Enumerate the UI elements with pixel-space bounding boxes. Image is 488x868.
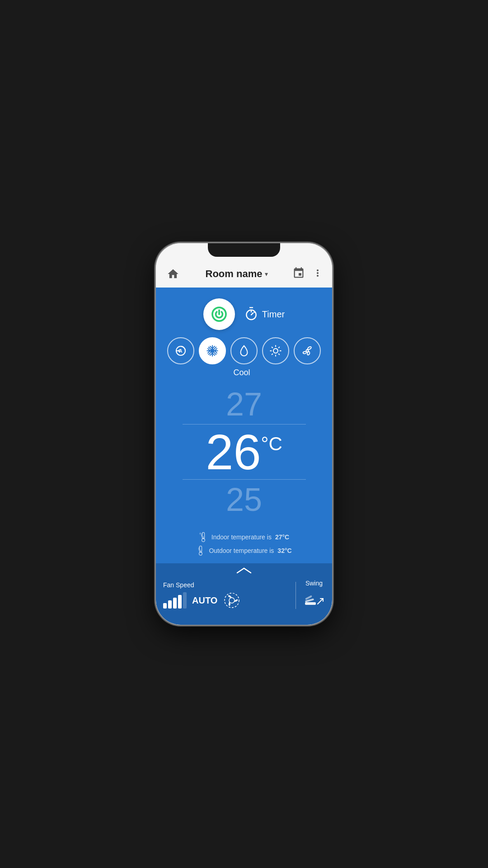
fan-bars[interactable] bbox=[163, 592, 187, 609]
dropdown-arrow-icon: ▾ bbox=[265, 270, 268, 278]
swing-button[interactable] bbox=[303, 590, 325, 611]
fan-mode-icon-button[interactable] bbox=[223, 591, 241, 609]
phone-frame: Room name ▾ bbox=[156, 243, 332, 625]
outdoor-info-row: Outdoor temperature is 32°C bbox=[196, 545, 291, 556]
svg-point-20 bbox=[202, 538, 205, 542]
mode-auto-button[interactable]: A bbox=[167, 337, 194, 364]
outdoor-value: 32°C bbox=[277, 547, 291, 554]
active-mode-label: Cool bbox=[156, 364, 330, 377]
fan-bar-5 bbox=[183, 592, 187, 609]
svg-point-26 bbox=[199, 552, 202, 555]
svg-line-14 bbox=[272, 347, 273, 348]
temp-next: 25 bbox=[226, 483, 262, 516]
svg-text:A: A bbox=[179, 349, 182, 354]
fan-bar-3 bbox=[173, 598, 177, 609]
header-actions bbox=[292, 267, 323, 281]
swing-label: Swing bbox=[305, 580, 323, 587]
timer-label: Timer bbox=[262, 309, 285, 320]
temp-info: Indoor temperature is 27°C Outdoor tempe… bbox=[156, 526, 332, 563]
svg-line-16 bbox=[278, 347, 280, 348]
fan-mode-label: AUTO bbox=[192, 595, 217, 606]
power-button[interactable] bbox=[203, 298, 235, 330]
temp-current: 26 °C bbox=[206, 425, 282, 479]
home-button[interactable] bbox=[165, 266, 181, 282]
fan-bar-4 bbox=[178, 595, 182, 609]
svg-line-17 bbox=[272, 354, 273, 355]
power-timer-row: Timer bbox=[156, 288, 332, 337]
swing-section: Swing bbox=[303, 580, 325, 611]
bottom-bar: Fan Speed AUTO bbox=[156, 563, 332, 625]
outdoor-label: Outdoor temperature is bbox=[209, 547, 274, 554]
indoor-temp-icon bbox=[199, 532, 208, 542]
svg-point-32 bbox=[229, 598, 235, 603]
temperature-display[interactable]: 27 26 °C 25 bbox=[156, 377, 332, 526]
phone-notch bbox=[208, 243, 280, 257]
chevron-button[interactable] bbox=[156, 563, 332, 576]
bottom-divider bbox=[296, 582, 296, 609]
fan-bar-2 bbox=[168, 600, 172, 609]
schedule-button[interactable] bbox=[292, 267, 305, 281]
indoor-info-row: Indoor temperature is 27°C bbox=[199, 532, 289, 542]
outdoor-temp-icon bbox=[196, 545, 205, 556]
temp-value: 26 bbox=[206, 425, 261, 479]
mode-buttons-row: A bbox=[162, 337, 326, 364]
temp-prev: 27 bbox=[226, 388, 262, 420]
room-selector[interactable]: Room name ▾ bbox=[206, 268, 268, 280]
temp-divider-bottom bbox=[183, 479, 306, 480]
indoor-value: 27°C bbox=[275, 533, 289, 541]
fan-bar-1 bbox=[163, 603, 167, 609]
mode-cool-button[interactable] bbox=[199, 337, 226, 364]
svg-point-9 bbox=[273, 349, 278, 353]
bottom-controls: Fan Speed AUTO bbox=[156, 576, 332, 625]
mode-heat-button[interactable] bbox=[262, 337, 289, 364]
temp-unit: °C bbox=[261, 434, 282, 454]
fan-speed-section: Fan Speed AUTO bbox=[163, 581, 288, 609]
timer-button[interactable]: Timer bbox=[244, 307, 285, 321]
mode-fan-button[interactable] bbox=[294, 337, 321, 364]
svg-line-36 bbox=[318, 599, 323, 604]
mode-dry-button[interactable] bbox=[230, 337, 258, 364]
svg-rect-33 bbox=[305, 602, 316, 605]
more-button[interactable] bbox=[312, 268, 323, 280]
indoor-label: Indoor temperature is bbox=[211, 533, 272, 541]
main-content: Timer A bbox=[156, 288, 332, 563]
fan-controls: AUTO bbox=[163, 591, 288, 609]
svg-line-15 bbox=[278, 354, 280, 355]
mode-section: A bbox=[156, 337, 332, 377]
fan-speed-label: Fan Speed bbox=[163, 581, 288, 589]
room-name: Room name bbox=[206, 268, 263, 280]
